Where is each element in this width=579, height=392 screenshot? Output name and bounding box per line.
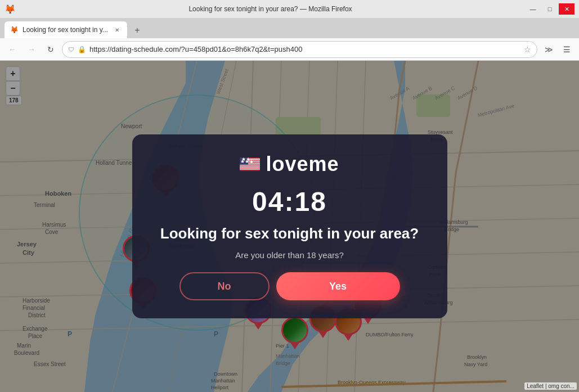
shield-icon: 🛡 [68, 46, 74, 53]
modal-subtitle: Are you older than 18 years? [235, 250, 344, 260]
us-flag-icon: ★★★ ★★ [240, 157, 260, 171]
forward-button[interactable]: → [24, 42, 39, 57]
menu-button[interactable]: ☰ [559, 42, 574, 57]
nav-bar: ← → ↻ 🛡 🔒 https://dating-schedule.com/?u… [0, 38, 579, 61]
yes-button[interactable]: Yes [276, 272, 400, 300]
countdown-timer: 04:18 [252, 186, 327, 217]
modal-overlay: ★★★ ★★ loveme 04:18 Looking for sex toni… [0, 61, 579, 392]
window-title: Looking for sex tonight in your area? — … [16, 5, 525, 13]
attribution-text: Leaflet | omg con... [527, 383, 574, 389]
firefox-logo-icon: 🦊 [5, 4, 16, 15]
url-text: https://dating-schedule.com/?u=458pd01&o… [89, 45, 520, 53]
extensions-button[interactable]: ≫ [541, 42, 556, 57]
window-controls: — □ ✕ [525, 3, 574, 15]
active-tab[interactable]: 🦊 Looking for sex tonight in y... ✕ [5, 21, 127, 38]
browser-content: Hoboken Terminal Jersey City Harborside … [0, 61, 579, 392]
modal-title: Looking for sex tonight in your area? [160, 225, 419, 242]
svg-rect-80 [240, 166, 260, 168]
no-button[interactable]: No [179, 272, 270, 300]
new-tab-button[interactable]: + [129, 22, 145, 38]
tab-favicon-icon: 🦊 [10, 26, 18, 34]
tab-close-button[interactable]: ✕ [113, 25, 122, 34]
modal-buttons: No Yes [155, 272, 425, 300]
map-attribution: Leaflet | omg con... [524, 382, 577, 390]
title-bar-left: 🦊 [5, 4, 16, 15]
minimize-button[interactable]: — [525, 3, 541, 15]
map-background: Hoboken Terminal Jersey City Harborside … [0, 61, 579, 392]
close-button[interactable]: ✕ [559, 3, 574, 15]
svg-rect-81 [240, 169, 260, 170]
svg-text:★★: ★★ [241, 157, 250, 162]
back-button[interactable]: ← [5, 42, 20, 57]
logo-text: loveme [266, 152, 339, 176]
refresh-button[interactable]: ↻ [43, 42, 59, 57]
lock-icon: 🔒 [78, 46, 86, 53]
tab-title: Looking for sex tonight in y... [23, 26, 108, 34]
bookmark-star-icon[interactable]: ☆ [524, 45, 531, 54]
maximize-button[interactable]: □ [542, 3, 558, 15]
nav-extra-buttons: ≫ ☰ [541, 42, 574, 57]
age-verification-modal: ★★★ ★★ loveme 04:18 Looking for sex toni… [132, 134, 447, 318]
modal-logo: ★★★ ★★ loveme [240, 152, 339, 176]
tab-bar: 🦊 Looking for sex tonight in y... ✕ + [0, 18, 579, 38]
title-bar: 🦊 Looking for sex tonight in your area? … [0, 0, 579, 18]
address-bar[interactable]: 🛡 🔒 https://dating-schedule.com/?u=458pd… [62, 41, 537, 58]
